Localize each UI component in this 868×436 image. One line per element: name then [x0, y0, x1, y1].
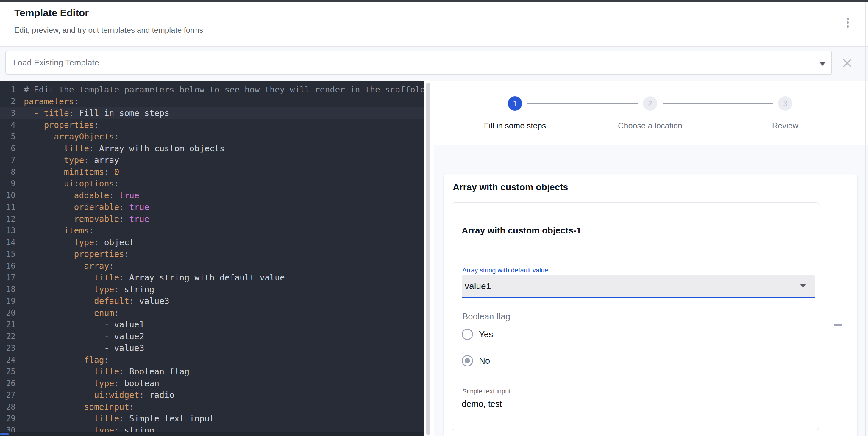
code-line: 9 ui:options: [0, 178, 425, 190]
code-line: 27 ui:widget: radio [0, 389, 425, 401]
code-line: 24 flag: [0, 354, 425, 366]
code-line: 22 - value2 [0, 331, 425, 343]
code-line: 6 title: Array with custom objects [0, 143, 425, 155]
editor-horizontal-scrollbar[interactable] [0, 432, 425, 436]
editor-vertical-scroll-thumb[interactable] [426, 83, 430, 435]
form-section-title: Array with custom objects [453, 182, 568, 193]
code-lines: 1# Edit the template parameters below to… [0, 84, 425, 436]
array-item-title: Array with custom objects-1 [462, 226, 581, 236]
template-loader-row: Load Existing Template [0, 47, 868, 81]
code-line: 7 type: array [0, 154, 425, 166]
select-focus-underline [462, 297, 815, 298]
step-label-fill-in-some-steps: Fill in some steps [446, 121, 583, 131]
code-line: 19 default: value3 [0, 295, 425, 307]
window-scrollbar-track[interactable] [865, 2, 866, 436]
code-line: 18 type: string [0, 284, 425, 296]
code-line: 11 orderable: true [0, 201, 425, 213]
select-caret-icon [800, 284, 806, 288]
radio-yes-label[interactable]: Yes [479, 330, 493, 339]
step-label-choose-a-location: Choose a location [582, 121, 719, 131]
code-line: 15 properties: [0, 248, 425, 260]
code-line: 4 properties: [0, 119, 425, 131]
radio-selected-dot [465, 358, 470, 363]
radio-yes[interactable] [462, 329, 473, 340]
code-line: 17 title: Array string with default valu… [0, 272, 425, 284]
stepper-connector-2 [663, 103, 773, 104]
load-existing-template-select[interactable]: Load Existing Template [5, 51, 832, 75]
step-circle-2: 2 [643, 96, 657, 111]
code-line: 1# Edit the template parameters below to… [0, 84, 425, 96]
simple-text-input[interactable]: demo, test [462, 399, 502, 409]
code-line: 3 - title: Fill in some steps [0, 107, 425, 119]
array-string-select-value: value1 [465, 281, 491, 291]
step-label-review: Review [717, 121, 854, 131]
simple-text-input-label: Simple text input [462, 388, 511, 395]
page-title: Template Editor [14, 7, 89, 19]
code-line: 26 type: boolean [0, 378, 425, 390]
code-line: 25 title: Boolean flag [0, 366, 425, 378]
chevron-down-icon [819, 62, 826, 66]
window-top-strip [0, 0, 868, 2]
code-line: 12 removable: true [0, 213, 425, 225]
step-circle-1: 1 [508, 96, 522, 111]
radio-no-label[interactable]: No [479, 356, 490, 366]
code-line: 2parameters: [0, 96, 425, 108]
stepper-connector-1 [527, 103, 638, 104]
code-line: 13 items: [0, 225, 425, 237]
step-circle-3: 3 [778, 96, 793, 111]
clear-template-button[interactable] [841, 57, 854, 70]
close-icon [841, 57, 854, 70]
template-editor-screen: Template Editor Edit, preview, and try o… [0, 0, 868, 436]
array-string-select-label: Array string with default value [462, 266, 548, 274]
boolean-flag-label: Boolean flag [462, 312, 510, 322]
code-line: 28 someInput: [0, 401, 425, 413]
simple-text-input-underline [462, 414, 815, 415]
minus-icon [834, 325, 842, 326]
code-line: 10 addable: true [0, 190, 425, 202]
code-line: 20 enum: [0, 307, 425, 319]
code-line: 5 arrayObjects: [0, 131, 425, 143]
radio-no[interactable] [462, 355, 473, 366]
page-subtitle: Edit, preview, and try out templates and… [14, 26, 203, 35]
editor-horizontal-scroll-thumb[interactable] [0, 433, 9, 435]
kebab-menu-icon[interactable] [841, 13, 854, 32]
code-line: 23 - value3 [0, 342, 425, 354]
code-line: 29 title: Simple text input [0, 413, 425, 425]
code-line: 21 - value1 [0, 319, 425, 331]
code-line: 16 array: [0, 260, 425, 272]
code-line: 8 minItems: 0 [0, 166, 425, 178]
code-line: 14 type: object [0, 237, 425, 248]
remove-array-item-button[interactable] [831, 318, 845, 333]
array-string-select[interactable]: value1 [462, 275, 815, 297]
yaml-code-editor[interactable]: 1# Edit the template parameters below to… [0, 81, 425, 436]
load-existing-template-placeholder: Load Existing Template [13, 58, 99, 68]
